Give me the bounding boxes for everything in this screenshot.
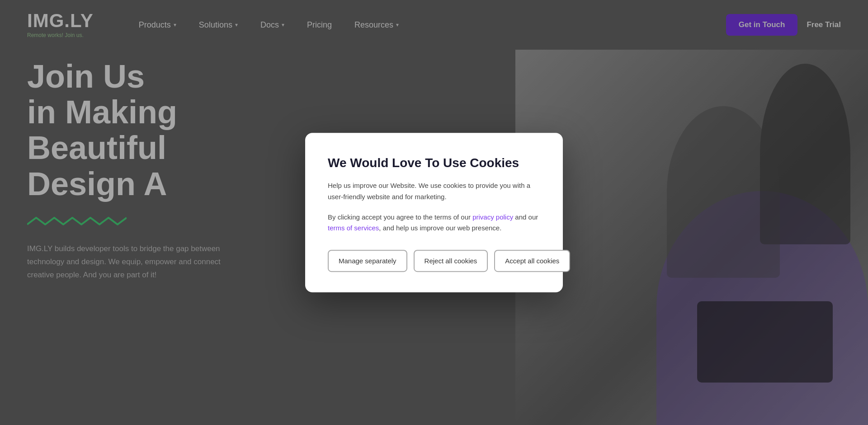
cookie-modal-title: We Would Love To Use Cookies [328,155,540,171]
cookie-body-prefix: By clicking accept you agree to the term… [328,213,472,221]
manage-separately-button[interactable]: Manage separately [328,250,407,272]
cookie-body-text-1: Help us improve our Website. We use cook… [328,180,540,203]
terms-of-services-link[interactable]: terms of services [328,224,379,232]
cookie-body-suffix: , and help us improve our web presence. [379,224,501,232]
privacy-policy-link[interactable]: privacy policy [472,213,513,221]
reject-all-cookies-button[interactable]: Reject all cookies [414,250,488,272]
cookie-buttons: Manage separately Reject all cookies Acc… [328,250,540,272]
cookie-body-text-2: By clicking accept you agree to the term… [328,212,540,234]
cookie-modal: We Would Love To Use Cookies Help us imp… [305,133,563,293]
accept-all-cookies-button[interactable]: Accept all cookies [494,250,570,272]
cookie-body-middle: and our [513,213,538,221]
